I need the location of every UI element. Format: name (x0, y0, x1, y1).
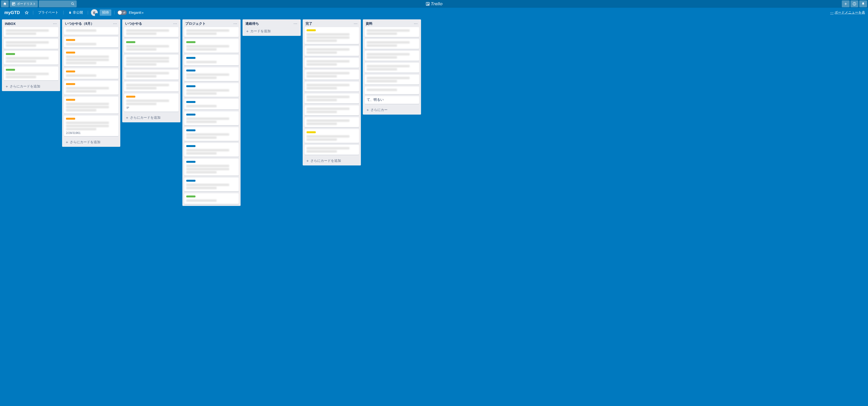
list-menu-button[interactable]: ⋯ (412, 21, 419, 26)
card[interactable] (305, 70, 359, 80)
show-menu-button[interactable]: ⋯ ボードメニューを表 (830, 10, 865, 15)
list-title[interactable]: 連絡待ち (245, 22, 259, 26)
card[interactable] (184, 193, 239, 204)
lock-icon (68, 11, 72, 14)
card[interactable] (124, 55, 179, 68)
redacted-text (6, 60, 36, 63)
card[interactable] (184, 177, 239, 191)
list-menu-button[interactable]: ⋯ (352, 21, 359, 26)
search-input[interactable] (39, 0, 76, 7)
card[interactable] (184, 55, 239, 65)
add-card-button[interactable]: ＋さらにカードを追加 (2, 82, 60, 91)
card[interactable] (124, 70, 179, 80)
private-visibility-button[interactable]: 非公開 (66, 9, 85, 16)
add-card-button[interactable]: ＋さらにカードを追加 (303, 157, 361, 165)
list-title[interactable]: いつかやる (125, 22, 142, 26)
card[interactable] (305, 46, 359, 56)
card-label (126, 96, 135, 98)
redacted-text (186, 105, 217, 107)
list-title[interactable]: プロジェクト (185, 22, 206, 26)
list-header: いつかやる⋯ (122, 20, 180, 27)
card[interactable] (305, 117, 359, 127)
list-title[interactable]: INBOX (5, 22, 16, 26)
team-visibility-button[interactable]: プライベート (36, 9, 60, 16)
card[interactable] (305, 105, 359, 115)
card[interactable] (64, 81, 118, 95)
card[interactable] (365, 75, 419, 84)
card[interactable] (184, 27, 239, 37)
private-visibility-label: 非公開 (73, 10, 83, 15)
board-canvas[interactable]: INBOX⋯＋さらにカードを追加いつかやる（8月）⋯2/28/31961＋さらに… (0, 18, 868, 406)
card-label (6, 69, 15, 71)
add-card-button[interactable]: ＋カードを追加 (243, 27, 301, 36)
card[interactable]: て、明るい (365, 96, 419, 104)
card[interactable] (64, 68, 118, 79)
add-card-button[interactable]: ＋さらにカー (363, 106, 421, 114)
card[interactable] (184, 39, 239, 53)
home-button[interactable] (1, 0, 9, 7)
star-board-button[interactable] (23, 9, 30, 16)
divider (114, 11, 115, 14)
card[interactable] (64, 49, 118, 66)
card[interactable] (365, 39, 419, 49)
member-avatar[interactable]: E (91, 9, 98, 16)
list-title[interactable]: 資料 (366, 22, 373, 26)
card[interactable] (124, 27, 179, 37)
list-menu-button[interactable]: ⋯ (292, 21, 299, 26)
card[interactable] (184, 127, 239, 141)
toggle-label: off (123, 11, 125, 14)
card[interactable] (64, 97, 118, 113)
card[interactable] (4, 27, 58, 37)
redacted-text (126, 100, 169, 102)
elegantt-toggle[interactable]: off (117, 10, 127, 15)
card[interactable] (365, 51, 419, 61)
notifications-button[interactable] (859, 0, 867, 7)
card[interactable] (184, 159, 239, 176)
card[interactable] (365, 27, 419, 37)
card[interactable] (305, 58, 359, 68)
card[interactable] (365, 87, 419, 94)
elegantt-button[interactable]: Elegantt » (129, 11, 144, 14)
trello-logo[interactable]: Trello (425, 1, 443, 6)
card[interactable]: 2/28/31961 (64, 115, 118, 136)
add-card-label: カードを追加 (250, 29, 271, 33)
plus-icon: ＋ (125, 116, 129, 120)
card[interactable] (305, 145, 359, 155)
card[interactable] (124, 94, 179, 112)
board-name[interactable]: myGTD (3, 10, 21, 15)
svg-point-3 (71, 3, 73, 5)
card[interactable] (305, 94, 359, 103)
list-menu-button[interactable]: ⋯ (232, 21, 239, 26)
card[interactable] (305, 81, 359, 92)
card[interactable] (4, 51, 58, 65)
create-button[interactable] (842, 0, 849, 7)
card[interactable] (365, 63, 419, 73)
card[interactable] (64, 27, 118, 35)
card[interactable] (184, 111, 239, 125)
list-menu-button[interactable]: ⋯ (52, 21, 58, 26)
list-menu-button[interactable]: ⋯ (172, 21, 179, 26)
card[interactable] (4, 67, 58, 80)
invite-button[interactable]: 招待 (100, 9, 111, 16)
redacted-text (126, 57, 169, 59)
divider (63, 11, 64, 14)
redacted-text (367, 77, 410, 79)
add-card-button[interactable]: ＋さらにカードを追加 (122, 113, 180, 122)
list-menu-button[interactable]: ⋯ (112, 21, 118, 26)
redacted-text (186, 89, 229, 92)
info-button[interactable] (850, 0, 858, 7)
card[interactable] (184, 67, 239, 81)
card[interactable] (4, 39, 58, 49)
card[interactable] (184, 99, 239, 109)
boards-button[interactable]: ボードリスト (10, 0, 38, 7)
card[interactable] (64, 37, 118, 47)
list-title[interactable]: 完了 (306, 22, 312, 26)
add-card-button[interactable]: ＋さらにカードを追加 (62, 138, 120, 147)
card[interactable] (184, 143, 239, 157)
card[interactable] (124, 81, 179, 92)
card[interactable] (184, 83, 239, 97)
card[interactable] (305, 27, 359, 44)
card[interactable] (305, 129, 359, 143)
list-title[interactable]: いつかやる（8月） (65, 22, 94, 26)
card[interactable] (124, 39, 179, 53)
